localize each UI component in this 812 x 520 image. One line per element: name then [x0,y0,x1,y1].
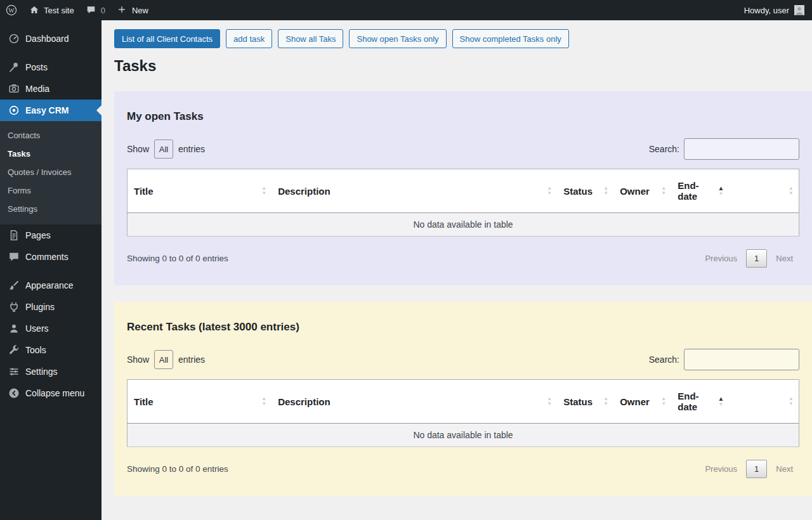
sidebar-item-easy-crm[interactable]: Easy CRM [0,100,102,121]
task-toolbar: List of all Client Contacts add task Sho… [114,29,799,48]
document-icon [8,229,20,242]
table-search: Search: [649,138,799,160]
sidebar-item-posts[interactable]: Posts [0,56,102,78]
previous-page-button[interactable]: Previous [698,250,743,267]
sidebar-item-settings[interactable]: Settings [0,361,102,382]
entries-select[interactable]: All [154,140,173,159]
sidebar-item-label: Plugins [25,302,55,312]
table-info: Showing 0 to 0 of 0 entries [127,254,228,263]
search-input[interactable] [684,138,799,160]
sidebar-item-label: Pages [25,230,51,240]
table-row: No data available in table [128,424,799,447]
column-header-end-date[interactable]: End-date [671,169,729,213]
sidebar-item-label: Appearance [25,280,74,290]
column-header-status[interactable]: Status [557,169,613,213]
sidebar-item-label: Users [25,323,49,334]
next-page-button[interactable]: Next [769,460,799,478]
table-info: Showing 0 to 0 of 0 entries [127,464,228,474]
show-all-tasks-button[interactable]: Show all Taks [278,29,343,48]
sidebar-item-users[interactable]: Users [0,318,102,339]
sidebar-item-label: Collapse menu [25,388,84,398]
new-content-menu[interactable]: New [111,0,154,20]
account-menu[interactable]: Howdy, user [737,5,812,15]
search-label: Search: [649,354,679,365]
sort-icons [789,396,794,406]
submenu-item-settings[interactable]: Settings [0,200,102,218]
entries-label: entries [178,144,205,154]
sidebar-item-label: Posts [25,62,48,72]
collapse-menu-button[interactable]: Collapse menu [0,382,102,404]
column-header-owner[interactable]: Owner [613,169,671,213]
column-header-extra[interactable] [729,169,799,213]
collapse-arrow-icon [8,387,20,400]
sidebar-item-media[interactable]: Media [0,78,102,100]
svg-text:W: W [8,7,15,14]
comments-shortcut[interactable]: 0 [80,0,111,20]
column-header-extra[interactable] [729,380,799,424]
camera-icon [8,82,20,95]
sidebar-item-label: Dashboard [25,34,69,44]
comments-count: 0 [101,6,105,15]
panel-recent-tasks: Recent Tasks (latest 3000 entries) Show … [114,302,812,496]
empty-table-message: No data available in table [128,424,799,447]
sidebar-item-pages[interactable]: Pages [0,224,102,246]
show-open-tasks-button[interactable]: Show open Tasks only [349,29,446,48]
sidebar-item-comments[interactable]: Comments [0,246,102,268]
menu-separator [0,49,102,56]
show-completed-tasks-button[interactable]: Show completed Tasks only [452,29,569,48]
person-icon [8,322,20,335]
sidebar-item-dashboard[interactable]: Dashboard [0,28,102,49]
column-header-end-date[interactable]: End-date [671,380,729,424]
add-task-button[interactable]: add task [226,29,272,48]
howdy-text: Howdy, user [744,6,789,15]
easy-crm-icon [8,104,20,117]
submenu-item-contacts[interactable]: Contacts [0,126,102,145]
current-page-button[interactable]: 1 [746,249,767,268]
wrench-icon [8,344,20,356]
pagination: Previous 1 Next [698,249,799,268]
entries-label: entries [178,354,205,365]
sort-icons [547,396,552,406]
search-input[interactable] [684,349,799,370]
admin-sidebar: Dashboard Posts Media Easy CRM [0,20,102,520]
sort-asc-icon [717,185,724,197]
dashboard-icon [8,32,20,45]
recent-tasks-table: Title Description Status Owner End-date … [127,379,799,447]
submenu-item-quotes-invoices[interactable]: Quotes / Invoices [0,163,102,181]
admin-footer: Thank you for creating with WordPress. V… [102,496,812,520]
list-all-client-contacts-button[interactable]: List of all Client Contacts [114,29,220,48]
easy-crm-submenu: Contacts Tasks Quotes / Invoices Forms S… [0,121,102,224]
column-header-title[interactable]: Title [128,380,272,424]
entries-length-control: Show All entries [127,350,205,369]
column-header-owner[interactable]: Owner [613,380,671,424]
sort-asc-icon [717,396,724,407]
main-content: List of all Client Contacts add task Sho… [102,20,812,520]
new-label: New [132,6,148,15]
column-header-title[interactable]: Title [128,169,272,213]
column-header-description[interactable]: Description [272,380,557,424]
plus-icon [117,4,128,16]
sidebar-item-tools[interactable]: Tools [0,339,102,361]
sidebar-item-plugins[interactable]: Plugins [0,296,102,318]
entries-select[interactable]: All [154,350,173,369]
menu-separator [0,268,102,275]
show-label: Show [127,354,149,365]
submenu-item-tasks[interactable]: Tasks [0,145,102,163]
page-title: Tasks [114,57,799,75]
wordpress-menu[interactable]: W [0,0,23,20]
next-page-button[interactable]: Next [769,250,799,267]
sort-icons [603,396,608,406]
open-tasks-table: Title Description Status Owner End-date … [127,169,799,237]
previous-page-button[interactable]: Previous [698,460,743,478]
column-header-status[interactable]: Status [557,380,613,424]
table-search: Search: [649,349,799,370]
current-page-button[interactable]: 1 [746,460,767,478]
sort-icons [789,186,794,196]
site-name-link[interactable]: Test site [23,0,80,20]
sidebar-item-label: Settings [25,367,58,377]
sort-icons [261,186,266,196]
sidebar-item-appearance[interactable]: Appearance [0,275,102,296]
wordpress-logo-icon: W [6,4,17,16]
column-header-description[interactable]: Description [272,169,557,213]
submenu-item-forms[interactable]: Forms [0,181,102,200]
